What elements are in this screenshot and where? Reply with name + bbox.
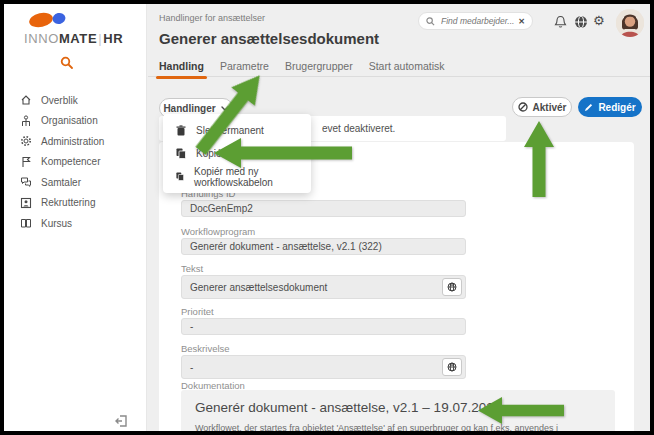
sidebar-item-rekruttering[interactable]: Rekruttering	[4, 193, 146, 214]
menu-item-label: Kopiér med ny workflowskabelon	[194, 166, 311, 188]
rediger-button-label: Redigér	[598, 102, 635, 113]
search-input[interactable]	[439, 15, 518, 27]
field-value-beskrivelse: -	[181, 355, 466, 379]
menu-item-label: Kopiér	[196, 148, 225, 159]
copy-icon	[176, 148, 186, 159]
tab-start-automatisk[interactable]: Start automatisk	[369, 60, 445, 79]
globe-grid-icon[interactable]	[574, 15, 588, 29]
bell-icon[interactable]	[554, 15, 567, 29]
avatar-image	[616, 9, 644, 37]
home-icon	[20, 94, 32, 106]
translate-button-tekst[interactable]	[442, 278, 462, 296]
sidebar-item-label: Administration	[41, 136, 104, 147]
field-label-prioritet: Prioritet	[181, 306, 214, 317]
field-value-prioritet: -	[181, 318, 466, 335]
flag-icon	[20, 156, 32, 168]
tab-handling[interactable]: Handling	[159, 60, 204, 79]
sidebar-item-administration[interactable]: Administration	[4, 131, 146, 152]
sidebar-item-label: Kursus	[41, 218, 72, 229]
field-value-tekst: Generer ansættelsesdokument	[181, 275, 466, 299]
trash-icon	[176, 125, 186, 136]
employee-search[interactable]: ✕	[418, 12, 533, 30]
menu-item-label: Slet permanent	[196, 125, 264, 136]
chevron-down-icon	[221, 106, 229, 111]
tab-bar: Handling Parametre Brugergrupper Start a…	[159, 60, 445, 79]
activate-icon	[518, 102, 528, 112]
innomate-logo-text: INNOMATE|HR	[24, 31, 123, 46]
sidebar: INNOMATE|HR Overblik Organisation Admini…	[4, 4, 147, 431]
deactivated-alert-text: evet deaktiveret.	[322, 116, 395, 141]
tab-brugergrupper[interactable]: Brugergrupper	[285, 60, 353, 79]
menu-item-slet-permanent[interactable]: Slet permanent	[163, 119, 311, 142]
menu-item-kopier[interactable]: Kopiér	[163, 142, 311, 165]
field-label-tekst: Tekst	[181, 263, 203, 274]
documentation-body: Workflowet, der startes fra objektet 'An…	[181, 420, 615, 435]
sidebar-item-label: Samtaler	[41, 177, 81, 188]
documentation-box: Generér dokument - ansættelse, v2.1 – 19…	[181, 390, 615, 435]
menu-item-kopier-med-ny-workflowskabelon[interactable]: Kopiér med ny workflowskabelon	[163, 165, 311, 188]
documentation-heading: Generér dokument - ansættelse, v2.1 – 19…	[181, 390, 615, 420]
clear-search-icon[interactable]: ✕	[518, 17, 525, 26]
field-value-workflowprogram: Generér dokument - ansættelse, v2.1 (322…	[181, 238, 466, 255]
rediger-button[interactable]: Redigér	[578, 97, 642, 117]
person-badge-icon	[20, 197, 32, 209]
sidebar-item-label: Kompetencer	[41, 156, 100, 167]
handlinger-button-label: Handlinger	[163, 103, 215, 114]
translate-button-beskrivelse[interactable]	[442, 358, 462, 376]
app-window: INNOMATE|HR Overblik Organisation Admini…	[0, 0, 654, 435]
sidebar-item-kompetencer[interactable]: Kompetencer	[4, 152, 146, 173]
globe-translate-icon	[447, 282, 457, 292]
sidebar-search-icon[interactable]	[60, 56, 73, 69]
sidebar-item-label: Rekruttering	[41, 197, 95, 208]
brand-inno: INNO	[24, 31, 59, 46]
conversation-icon	[20, 176, 32, 188]
breadcrumb: Handlinger for ansættelser	[159, 13, 265, 23]
sidebar-item-organisation[interactable]: Organisation	[4, 111, 146, 132]
exit-icon[interactable]	[114, 414, 128, 428]
search-icon	[426, 17, 435, 26]
gear-icon	[20, 135, 32, 147]
sidebar-item-label: Overblik	[41, 95, 78, 106]
brand-hr: HR	[103, 31, 123, 46]
copy-icon	[176, 171, 184, 182]
field-label-workflowprogram: Workflowprogram	[181, 226, 255, 237]
page-title: Generer ansættelsesdokument	[159, 30, 379, 47]
sidebar-item-samtaler[interactable]: Samtaler	[4, 172, 146, 193]
field-label-beskrivelse: Beskrivelse	[181, 343, 230, 354]
sidebar-item-label: Organisation	[41, 115, 98, 126]
settings-gear-icon[interactable]: ⚙	[593, 14, 605, 27]
handlinger-menu: Slet permanent Kopiér Kopiér med ny work…	[163, 114, 311, 193]
edit-pencil-icon	[584, 103, 593, 112]
sidebar-item-kursus[interactable]: Kursus	[4, 213, 146, 234]
aktiver-button[interactable]: Aktivér	[512, 97, 572, 117]
user-avatar[interactable]	[616, 9, 644, 37]
org-chart-icon	[20, 115, 32, 127]
globe-translate-icon	[447, 362, 457, 372]
innomate-logo-icon	[28, 10, 70, 30]
field-value-handlings-id: DocGenEmp2	[181, 200, 466, 217]
sidebar-item-overblik[interactable]: Overblik	[4, 90, 146, 111]
sidebar-nav: Overblik Organisation Administration Kom…	[4, 90, 146, 234]
tab-parametre[interactable]: Parametre	[220, 60, 269, 79]
book-icon	[20, 217, 32, 229]
brand-mate: MATE	[59, 31, 97, 46]
aktiver-button-label: Aktivér	[533, 102, 567, 113]
